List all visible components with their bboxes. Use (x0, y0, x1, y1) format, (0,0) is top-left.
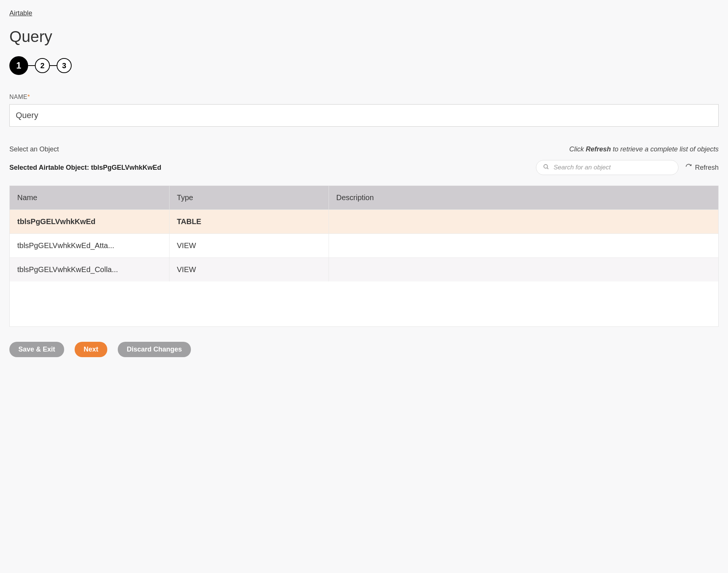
name-field-label: NAME* (9, 94, 719, 100)
required-indicator: * (27, 94, 30, 100)
next-button[interactable]: Next (75, 342, 107, 357)
step-2[interactable]: 2 (35, 58, 50, 73)
cell-type: TABLE (169, 210, 329, 234)
selected-object-label: Selected Airtable Object: tblsPgGELVwhkK… (9, 164, 161, 172)
step-3[interactable]: 3 (57, 58, 72, 73)
selected-object-value: tblsPgGELVwhkKwEd (91, 164, 161, 171)
hint-suffix: to retrieve a complete list of objects (611, 145, 719, 153)
svg-line-1 (547, 168, 548, 169)
page-title: Query (9, 28, 719, 46)
search-icon (543, 163, 549, 172)
cell-description (329, 210, 718, 234)
search-input[interactable] (536, 160, 678, 175)
cell-type: VIEW (169, 258, 329, 282)
step-1[interactable]: 1 (9, 56, 28, 75)
table-empty-area (10, 281, 718, 326)
object-table: Name Type Description tblsPgGELVwhkKwEd … (9, 186, 719, 327)
table-row[interactable]: tblsPgGELVwhkKwEd TABLE (10, 210, 718, 234)
name-label-text: NAME (9, 94, 27, 100)
breadcrumb-airtable[interactable]: Airtable (9, 9, 32, 17)
cell-name: tblsPgGELVwhkKwEd_Atta... (10, 234, 169, 258)
action-buttons: Save & Exit Next Discard Changes (9, 342, 719, 357)
cell-description (329, 258, 718, 282)
hint-prefix: Click (569, 145, 586, 153)
refresh-button[interactable]: Refresh (685, 163, 719, 172)
cell-name: tblsPgGELVwhkKwEd_Colla... (10, 258, 169, 282)
selected-object-prefix: Selected Airtable Object: (9, 164, 91, 171)
col-header-name[interactable]: Name (10, 186, 169, 210)
select-object-label: Select an Object (9, 145, 59, 153)
discard-changes-button[interactable]: Discard Changes (118, 342, 191, 357)
cell-type: VIEW (169, 234, 329, 258)
col-header-description[interactable]: Description (329, 186, 718, 210)
table-header-row: Name Type Description (10, 186, 718, 210)
save-exit-button[interactable]: Save & Exit (9, 342, 64, 357)
stepper: 1 2 3 (9, 56, 719, 75)
svg-point-0 (544, 165, 548, 168)
col-header-type[interactable]: Type (169, 186, 329, 210)
refresh-hint: Click Refresh to retrieve a complete lis… (569, 145, 719, 153)
refresh-icon (685, 163, 692, 172)
refresh-label: Refresh (695, 164, 719, 172)
table-row[interactable]: tblsPgGELVwhkKwEd_Colla... VIEW (10, 258, 718, 282)
step-connector (28, 65, 35, 66)
search-wrap (536, 160, 678, 175)
name-input[interactable] (9, 104, 719, 127)
cell-name: tblsPgGELVwhkKwEd (10, 210, 169, 234)
step-connector (50, 65, 57, 66)
table-row[interactable]: tblsPgGELVwhkKwEd_Atta... VIEW (10, 234, 718, 258)
cell-description (329, 234, 718, 258)
hint-bold: Refresh (586, 145, 611, 153)
